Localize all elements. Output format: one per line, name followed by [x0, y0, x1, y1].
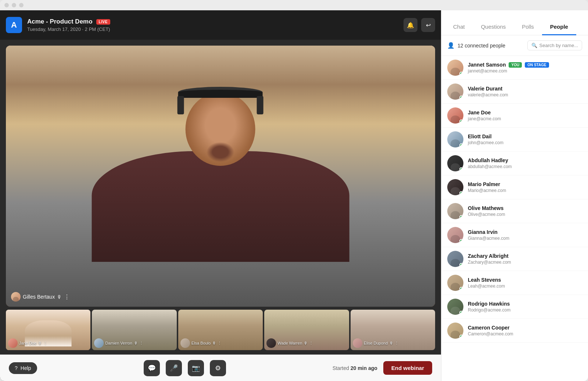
chat-button[interactable]: 💬 [144, 360, 160, 376]
video-button[interactable]: 📷 [188, 360, 204, 376]
person-name-row: Rodrigo Hawkins [468, 301, 582, 307]
right-panel: Chat Questions Polls People 👤 12 connect… [441, 10, 588, 381]
dots-icon[interactable]: ⋮ [43, 341, 47, 346]
live-badge: LIVE [96, 19, 110, 25]
back-button[interactable]: ↩ [421, 18, 435, 32]
tabs-header: Chat Questions Polls People [441, 10, 588, 35]
person-name-row: Leah Stevens [468, 277, 582, 283]
list-item[interactable]: Rodrigo Hawkins Rodrigo@acmee.com [441, 295, 588, 319]
person-info: Valerie Durant valerie@acmee.com [468, 86, 582, 97]
person-name-row: Olive Mathews [468, 205, 582, 211]
status-dot [459, 239, 463, 243]
person-name: Cameron Cooper [468, 325, 510, 331]
tab-questions[interactable]: Questions [473, 19, 514, 35]
avatar [447, 227, 463, 243]
settings-icon: ⚙ [215, 364, 221, 372]
speaker-mic-icon: 🎙 [57, 294, 62, 300]
list-item[interactable]: Gianna Irvin Gianna@acmee.com [441, 223, 588, 247]
you-badge: YOU [509, 62, 522, 68]
settings-button[interactable]: ⚙ [210, 360, 226, 376]
speaker-menu-icon[interactable]: ⋮ [64, 293, 70, 300]
list-item[interactable]: Abdullah Hadley abdullah@acmee.com [441, 152, 588, 175]
thumb-avatar [8, 338, 18, 348]
header-bar: A Acme - Product Demo LIVE Tuesday, Marc… [0, 10, 441, 40]
thumb-wade-warren[interactable]: Wade Warren 🎙 ⋮ [264, 310, 349, 350]
person-info: Gianna Irvin Gianna@acmee.com [468, 229, 582, 241]
onstage-badge: ON STAGE [525, 62, 549, 68]
titlebar [0, 0, 588, 10]
list-item[interactable]: Olive Mathews Olive@acmee.com [441, 199, 588, 223]
dots-icon[interactable]: ⋮ [395, 341, 399, 346]
person-info: Eliott Dail john@acmee.com [468, 133, 582, 145]
dots-icon[interactable]: ⋮ [139, 341, 143, 346]
avatar [447, 251, 463, 267]
chat-icon: 💬 [148, 364, 156, 372]
person-name-row: Jannet Samson YOU ON STAGE [468, 62, 582, 68]
avatar [447, 131, 463, 147]
person-name: Jannet Samson [468, 62, 506, 68]
person-name: Leah Stevens [468, 277, 501, 283]
person-name: Valerie Durant [468, 86, 502, 92]
search-box[interactable]: 🔍 Search by name... [527, 40, 582, 50]
thumb-elise-dupond[interactable]: Elise Dupond 🎙 ⋮ [351, 310, 435, 350]
traffic-light-minimize[interactable] [12, 3, 16, 7]
status-dot [459, 167, 463, 171]
list-item[interactable]: Jannet Samson YOU ON STAGE jannet@acmee.… [441, 56, 588, 80]
tab-polls[interactable]: Polls [514, 19, 542, 35]
dots-icon[interactable]: ⋮ [309, 341, 313, 346]
status-dot [459, 72, 463, 75]
main-layout: A Acme - Product Demo LIVE Tuesday, Marc… [0, 10, 588, 381]
avatar [447, 155, 463, 171]
person-email: Mario@acmee.com [468, 188, 582, 193]
list-item[interactable]: Zachary Albright Zachary@acmee.com [441, 247, 588, 271]
person-email: Zachary@acmee.com [468, 260, 582, 265]
status-dot [459, 287, 463, 291]
list-item[interactable]: Mario Palmer Mario@acmee.com [441, 175, 588, 199]
person-name-row: Cameron Cooper [468, 325, 582, 331]
toolbar-right: Started 20 min ago End webinar [333, 361, 432, 375]
company-logo: A [6, 17, 22, 33]
status-dot [459, 120, 463, 123]
thumb-jane-doe[interactable]: Jane Doe 🎙 ⋮ [6, 310, 90, 350]
status-dot [459, 311, 463, 314]
mic-icon: 🎙 [38, 341, 42, 345]
tab-people[interactable]: People [542, 19, 576, 35]
person-name: Mario Palmer [468, 181, 500, 187]
video-icon: 📷 [192, 364, 200, 372]
person-info: Mario Palmer Mario@acmee.com [468, 181, 582, 193]
thumb-label: Wade Warren 🎙 ⋮ [266, 338, 313, 348]
tab-chat[interactable]: Chat [445, 19, 473, 35]
avatar [447, 83, 463, 100]
dots-icon[interactable]: ⋮ [218, 341, 222, 346]
status-dot [459, 215, 463, 219]
mic-icon: 🎙 [134, 341, 138, 345]
person-info: Jane Doe jane@acme.com [468, 110, 582, 121]
help-button[interactable]: ? Help [9, 362, 37, 374]
person-email: Olive@acmee.com [468, 212, 582, 217]
list-item[interactable]: Jane Doe jane@acme.com [441, 104, 588, 128]
bell-button[interactable]: 🔔 [404, 18, 417, 32]
person-email: john@acmee.com [468, 140, 582, 145]
thumb-label: Damien Verron 🎙 ⋮ [94, 338, 143, 348]
end-webinar-button[interactable]: End webinar [383, 361, 432, 375]
list-item[interactable]: Leah Stevens Leah@acmee.com [441, 271, 588, 295]
mic-icon: 🎙 [389, 341, 393, 345]
list-item[interactable]: Valerie Durant valerie@acmee.com [441, 80, 588, 104]
person-info: Abdullah Hadley abdullah@acmee.com [468, 157, 582, 169]
traffic-light-maximize[interactable] [19, 3, 24, 7]
person-name-row: Gianna Irvin [468, 229, 582, 235]
mic-button[interactable]: 🎤 [166, 360, 182, 376]
webinar-subtitle: Tuesday, March 17, 2020 · 2 PM (CET) [27, 26, 404, 32]
list-item[interactable]: Cameron Cooper Cameron@acmee.com [441, 319, 588, 343]
person-email: abdullah@acmee.com [468, 164, 582, 169]
person-name-row: Eliott Dail [468, 133, 582, 139]
mic-icon: 🎙 [212, 341, 216, 345]
mic-icon: 🎤 [170, 364, 178, 372]
thumb-damien-verron[interactable]: Damien Verron 🎙 ⋮ [92, 310, 176, 350]
person-name: Olive Mathews [468, 205, 503, 211]
list-item[interactable]: Eliott Dail john@acmee.com [441, 128, 588, 152]
traffic-light-close[interactable] [4, 3, 9, 7]
status-dot [459, 96, 463, 99]
thumb-elsa-boulo[interactable]: Elsa Boulo 🎙 ⋮ [178, 310, 263, 350]
person-name: Zachary Albright [468, 253, 509, 259]
